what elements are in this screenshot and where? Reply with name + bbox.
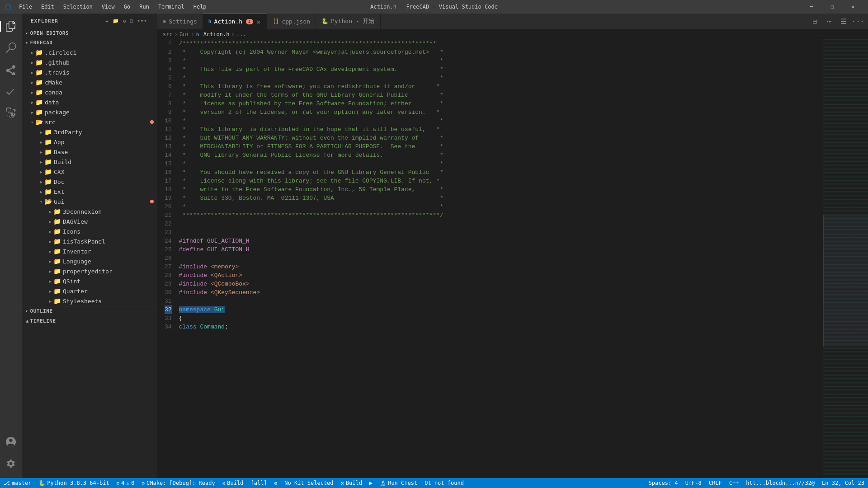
tree-item-conda[interactable]: ▶ 📁 conda [22, 87, 157, 97]
tab-cpp-json[interactable]: {} cpp.json [267, 14, 316, 29]
panel-actions-icon[interactable]: ··· [852, 15, 864, 28]
folder-chevron: ▾ [31, 120, 33, 125]
maximize-button[interactable]: ❐ [822, 0, 843, 14]
cmake-kit-icon-status[interactable]: ⚙ [271, 478, 281, 488]
menu-edit[interactable]: Edit [38, 3, 58, 11]
split-editor-icon[interactable]: ⊟ [808, 15, 821, 28]
breadcrumb-sep: › [191, 31, 194, 38]
cmake-build2-status[interactable]: ⚒ Build [337, 478, 366, 488]
menu-run[interactable]: Run [136, 3, 153, 11]
close-button[interactable]: ✕ [843, 0, 863, 14]
new-file-icon[interactable]: + [104, 17, 110, 25]
tab-settings[interactable]: ⚙ Settings [157, 14, 203, 29]
menu-selection[interactable]: Selection [60, 3, 96, 11]
tree-item-github[interactable]: ▶ 📁 .github [22, 57, 157, 67]
code-content[interactable]: /***************************************… [175, 39, 823, 478]
menu-go[interactable]: Go [120, 3, 134, 11]
cmake-target-status[interactable]: [all] [247, 478, 270, 488]
folder-chevron: ▶ [40, 160, 42, 164]
new-folder-icon[interactable]: 📁 [112, 17, 120, 25]
tab-badge: 4 [246, 19, 253, 24]
encoding-status[interactable]: UTF-8 [682, 478, 705, 488]
tree-item-propertyeditor[interactable]: ▶ 📁 propertyeditor [22, 266, 157, 276]
run-debug-activity-icon[interactable] [0, 80, 22, 102]
breadcrumb-file[interactable]: h Action.h [196, 31, 230, 38]
cmake-run-status[interactable]: ▶ [366, 478, 376, 488]
qt-status-item[interactable]: Qt not found [421, 478, 467, 488]
layout-icon[interactable]: ☰ [837, 15, 850, 28]
line-ending-status[interactable]: CRLF [705, 478, 726, 488]
minimize-button[interactable]: ─ [801, 0, 822, 14]
errors-warnings-status[interactable]: ⊘ 4 ⚠ 0 [113, 478, 138, 488]
outline-section-header[interactable]: ▾ OUTLINE [22, 306, 157, 316]
refresh-icon[interactable]: ↻ [122, 17, 127, 25]
tree-item-src[interactable]: ▾ 📂 src [22, 117, 157, 127]
tab-close-icon[interactable]: ✕ [256, 17, 261, 26]
tree-item-inventor[interactable]: ▶ 📁 Inventor [22, 246, 157, 256]
menu-help[interactable]: Help [190, 3, 210, 11]
more-actions-icon[interactable]: ••• [136, 17, 148, 25]
tree-item-quarter[interactable]: ▶ 📁 Quarter [22, 286, 157, 296]
tree-item-dagview[interactable]: ▶ 📁 DAGView [22, 216, 157, 226]
open-editors-chevron: ▾ [25, 31, 28, 36]
folder-icon-gui: 📂 [44, 198, 52, 205]
breadcrumb-src[interactable]: src [163, 31, 173, 38]
line-numbers: 12345 678910 1112131415 1617181920 21222… [157, 39, 175, 478]
cmake-kit-status[interactable]: No Kit Selected [281, 478, 337, 488]
python-version-status[interactable]: 🐍 Python 3.8.3 64-bit [35, 478, 113, 488]
more-tab-actions-icon[interactable]: ⋯ [823, 15, 835, 28]
tree-item-stylesheets[interactable]: ▶ 📁 Stylesheets [22, 296, 157, 306]
cmake-ctest-status[interactable]: 🔬 Run CTest [376, 478, 421, 488]
tab-action-h[interactable]: h Action.h 4 ✕ [203, 14, 267, 29]
tree-item-circleci[interactable]: ▶ 📁 .circleci [22, 47, 157, 57]
indent-status[interactable]: Spaces: 4 [645, 478, 682, 488]
breadcrumb: src › Gui › h Action.h › ... [157, 29, 868, 39]
tree-item-build[interactable]: ▶ 📁 Build [22, 157, 157, 167]
tree-item-cxx[interactable]: ▶ 📁 CXX [22, 167, 157, 177]
tree-item-icons[interactable]: ▶ 📁 Icons [22, 226, 157, 236]
cmake-status-item[interactable]: ⚙ CMake: [Debug]: Ready [138, 478, 218, 488]
git-branch-status[interactable]: ⎇ master [0, 478, 35, 488]
tree-item-3rdparty[interactable]: ▶ 📁 3rdParty [22, 127, 157, 137]
open-editors-section[interactable]: ▾ OPEN EDITORS [22, 28, 157, 38]
extensions-activity-icon[interactable] [0, 102, 22, 124]
clang-info-status[interactable]: htt...blocdn...n//32@ [742, 478, 818, 488]
header-file-icon: h [208, 19, 212, 24]
build-icon: ⚒ [222, 480, 226, 486]
account-activity-icon[interactable] [0, 431, 22, 453]
tree-item-base[interactable]: ▶ 📁 Base [22, 147, 157, 157]
freecad-section[interactable]: ▾ FREECAD [22, 38, 157, 47]
tree-item-ext[interactable]: ▶ 📁 Ext [22, 187, 157, 197]
timeline-section-header[interactable]: ▶ TIMELINE [22, 316, 157, 326]
cmake-build-status[interactable]: ⚒ Build [219, 478, 247, 488]
tree-item-app[interactable]: ▶ 📁 App [22, 137, 157, 147]
tree-item-gui[interactable]: ▾ 📂 Gui [22, 197, 157, 206]
language-mode-status[interactable]: C++ [726, 478, 743, 488]
breadcrumb-gui[interactable]: Gui [179, 31, 189, 38]
tree-item-data[interactable]: ▶ 📁 data [22, 97, 157, 107]
tree-item-iistaskpanel[interactable]: ▶ 📁 iisTaskPanel [22, 236, 157, 246]
menu-terminal[interactable]: Terminal [155, 3, 188, 11]
breadcrumb-ellipsis[interactable]: ... [236, 31, 246, 38]
menu-file[interactable]: File [15, 3, 36, 11]
tree-item-package[interactable]: ▶ 📁 package [22, 107, 157, 117]
search-activity-icon[interactable] [0, 37, 22, 59]
cursor-position-status[interactable]: Ln 32, Col 23 [818, 478, 868, 488]
tree-label: QSint [63, 278, 157, 285]
tree-item-doc[interactable]: ▶ 📁 Doc [22, 177, 157, 187]
tree-item-3dconnexion[interactable]: ▶ 📁 3Dconnexion [22, 206, 157, 216]
folder-icon: 📁 [44, 168, 52, 175]
tree-label: Stylesheets [63, 298, 157, 305]
tree-item-language[interactable]: ▶ 📁 Language [22, 256, 157, 266]
source-control-activity-icon[interactable] [0, 59, 22, 80]
settings-activity-icon[interactable] [0, 453, 22, 474]
explorer-activity-icon[interactable] [0, 15, 22, 37]
tree-item-qsint[interactable]: ▶ 📁 QSint [22, 276, 157, 286]
sidebar: EXPLORER + 📁 ↻ ⊟ ••• ▾ OPEN EDITORS ▾ FR… [22, 14, 157, 478]
menu-view[interactable]: View [98, 3, 118, 11]
collapse-icon[interactable]: ⊟ [129, 17, 135, 25]
tree-item-cmake[interactable]: ▶ 📁 cMake [22, 77, 157, 87]
tree-item-travis[interactable]: ▶ 📁 .travis [22, 67, 157, 77]
tab-python[interactable]: 🐍 Python - 开始 [316, 14, 380, 29]
target-label: [all] [250, 480, 267, 486]
